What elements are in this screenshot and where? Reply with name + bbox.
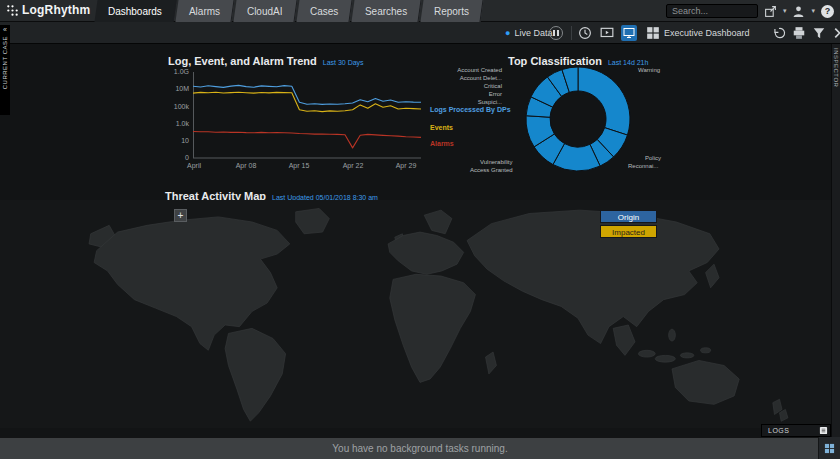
pie-label: Account Created	[440, 67, 502, 73]
filter-icon[interactable]	[812, 26, 826, 40]
classification-chart-panel: Top ClassificationLast 14d 21h Warning P…	[440, 48, 685, 188]
nav-right-cluster: ▾ ▾ ?	[666, 0, 834, 22]
y-axis-tick: 100k	[165, 103, 189, 110]
tab-cloudai[interactable]: CloudAI	[234, 0, 298, 22]
logs-panel-toggle[interactable]: LOGS	[761, 424, 831, 437]
logrhythm-logo-icon	[6, 4, 19, 17]
logrhythm-logo: LogRhythm	[6, 3, 90, 17]
pie-label: Access Granted	[470, 167, 513, 173]
logo-text: LogRhythm	[22, 3, 90, 17]
tab-searches[interactable]: Searches	[351, 0, 421, 22]
x-axis-tick: Apr 22	[337, 162, 369, 169]
trend-plot-svg	[193, 70, 423, 160]
tab-cases[interactable]: Cases	[296, 0, 352, 22]
slideshow-control	[600, 22, 614, 44]
dashboard-selector[interactable]: Executive Dashboard	[646, 22, 750, 44]
pie-label: Suspici...	[440, 99, 502, 105]
clock-icon[interactable]	[578, 26, 592, 40]
top-nav-bar: LogRhythm Dashboards Alarms CloudAI Case…	[0, 0, 840, 22]
logs-panel-icon	[819, 426, 828, 435]
map-legend-impacted-button[interactable]: Impacted	[600, 225, 657, 238]
task-manager-toggle[interactable]	[818, 437, 840, 459]
chevron-right-icon[interactable]	[830, 26, 840, 40]
live-data-label: Live Data	[514, 28, 552, 38]
filter-control	[812, 22, 826, 44]
share-caret-icon[interactable]: ▾	[783, 7, 787, 15]
view-mode-control	[621, 22, 637, 44]
classification-donut[interactable]	[520, 61, 636, 177]
x-axis-tick: April	[187, 162, 217, 169]
toolbar-divider	[571, 26, 572, 40]
help-icon[interactable]: ?	[821, 5, 834, 18]
map-zoom-in-button[interactable]: +	[174, 209, 187, 222]
threat-activity-map[interactable]: + Origin Impacted	[0, 200, 840, 428]
trend-plot-area[interactable]	[193, 70, 423, 160]
trend-chart-title-row: Log, Event, and Alarm TrendLast 30 Days	[168, 51, 364, 69]
logs-label: LOGS	[768, 427, 789, 434]
tasks-grid-icon	[824, 443, 835, 454]
y-axis-tick: 10	[165, 137, 189, 144]
pause-icon[interactable]	[549, 26, 563, 40]
share-icon[interactable]	[764, 5, 777, 18]
grid-view-icon[interactable]	[621, 25, 637, 41]
pie-label: Account Delet...	[440, 75, 502, 81]
dashboard-name-label: Executive Dashboard	[664, 28, 750, 38]
slideshow-icon[interactable]	[600, 26, 614, 40]
pie-label: Error	[440, 91, 502, 97]
pie-label: Policy	[645, 155, 661, 161]
user-icon[interactable]	[792, 5, 805, 18]
pie-label: Warning	[638, 67, 660, 73]
search-input[interactable]	[666, 4, 758, 18]
pie-label: Critical	[440, 83, 502, 89]
trend-chart-subtitle: Last 30 Days	[323, 59, 364, 66]
logrhythm-window: LogRhythm Dashboards Alarms CloudAI Case…	[0, 0, 840, 459]
dashboard-toolbar: ● Live Data	[0, 22, 840, 44]
world-map	[0, 200, 840, 428]
inspector-label: INSPECTOR	[833, 48, 839, 87]
x-axis-tick: Apr 29	[390, 162, 422, 169]
y-axis-tick: 1.0k	[165, 120, 189, 127]
live-data-indicator: ● Live Data	[505, 22, 552, 44]
undo-icon[interactable]	[772, 26, 786, 40]
time-range-control	[578, 22, 592, 44]
pie-label: Vulnerability	[480, 159, 512, 165]
pause-control	[549, 22, 563, 44]
inspector-toggle	[830, 22, 840, 44]
status-bar: You have no background tasks running.	[0, 437, 840, 459]
print-icon[interactable]	[792, 26, 806, 40]
print-control	[792, 22, 806, 44]
tab-alarms[interactable]: Alarms	[175, 0, 234, 22]
current-case-label: CURRENT CASE	[2, 36, 8, 89]
x-axis-tick: Apr 08	[230, 162, 262, 169]
current-case-tab[interactable]: « CURRENT CASE	[0, 25, 10, 115]
y-axis-tick: 0	[165, 154, 189, 161]
undo-control	[772, 22, 786, 44]
live-data-dot-icon: ●	[505, 28, 510, 38]
y-axis-tick: 10M	[165, 85, 189, 92]
main-nav-tabs: Dashboards Alarms CloudAI Cases Searches…	[96, 0, 484, 22]
inspector-rail[interactable]: INSPECTOR	[831, 44, 840, 437]
user-caret-icon[interactable]: ▾	[811, 7, 815, 15]
tab-reports[interactable]: Reports	[421, 0, 484, 22]
collapse-chevron-icon: «	[0, 25, 10, 34]
y-axis-tick: 1.0G	[165, 68, 189, 75]
x-axis-tick: Apr 15	[283, 162, 315, 169]
trend-chart-title: Log, Event, and Alarm Trend	[168, 55, 317, 67]
tab-dashboards[interactable]: Dashboards	[94, 0, 176, 22]
dashboard-grid-icon	[646, 26, 660, 40]
map-legend-origin-button[interactable]: Origin	[600, 210, 657, 223]
pie-label: Reconnai...	[628, 163, 658, 169]
status-message: You have no background tasks running.	[332, 443, 507, 454]
